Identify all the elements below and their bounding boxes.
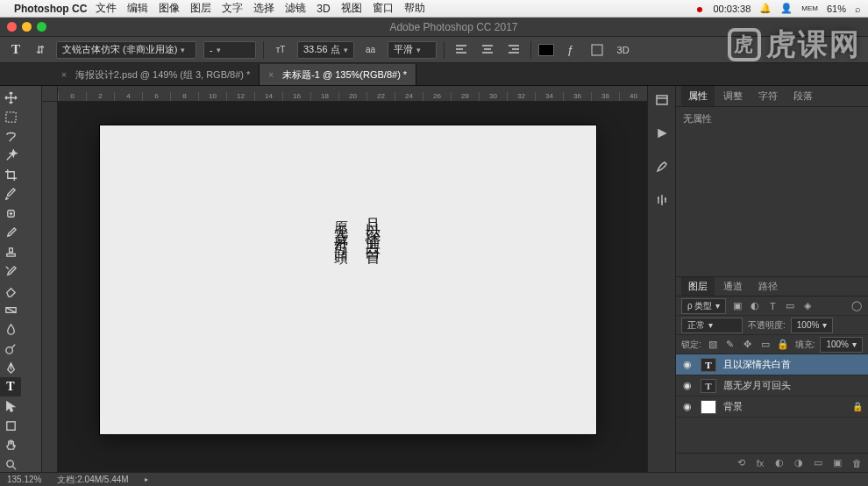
eyedropper-tool[interactable]: [0, 184, 21, 204]
align-left-icon[interactable]: [452, 40, 471, 60]
visibility-icon[interactable]: ◉: [681, 380, 694, 391]
zoom-value[interactable]: 135.12%: [7, 475, 41, 484]
tab-character[interactable]: 字符: [751, 86, 785, 106]
menu-filter[interactable]: 滤镜: [285, 1, 306, 16]
lock-paint-icon[interactable]: ✎: [724, 339, 736, 351]
visibility-icon[interactable]: ◉: [681, 401, 694, 412]
marquee-tool[interactable]: [0, 107, 21, 126]
type-tool[interactable]: T: [0, 377, 21, 397]
align-center-icon[interactable]: [478, 40, 497, 60]
history-panel-icon[interactable]: [653, 91, 671, 109]
document-canvas[interactable]: 且以深情共白首 愿无歲月可回頭: [100, 125, 596, 434]
blur-tool[interactable]: [0, 319, 21, 339]
lock-all-icon[interactable]: 🔒: [777, 339, 789, 351]
fx-icon[interactable]: fx: [754, 457, 766, 469]
pen-tool[interactable]: [0, 358, 21, 377]
path-select-tool[interactable]: [0, 397, 21, 416]
filter-image-icon[interactable]: ▣: [731, 300, 743, 312]
shape-tool[interactable]: [0, 416, 21, 435]
filter-adj-icon[interactable]: ◐: [749, 300, 761, 312]
hand-tool[interactable]: [0, 435, 21, 454]
antialias-select[interactable]: 平滑▾: [388, 41, 437, 59]
traffic-lights[interactable]: [7, 22, 46, 32]
layer-name[interactable]: 且以深情共白首: [723, 358, 791, 371]
layer-name[interactable]: 背景: [723, 400, 743, 413]
ruler-vertical[interactable]: [42, 102, 58, 472]
bell-icon[interactable]: 🔔: [759, 3, 772, 14]
gradient-tool[interactable]: [0, 300, 21, 319]
warp-text-icon[interactable]: ƒ: [561, 40, 580, 60]
layer-name[interactable]: 愿无岁月可回头: [723, 379, 791, 392]
tab-channels[interactable]: 通道: [716, 277, 750, 296]
menu-select[interactable]: 选择: [253, 1, 274, 16]
adjustments-panel-icon[interactable]: [653, 191, 671, 209]
menu-help[interactable]: 帮助: [404, 1, 425, 16]
tab-layers[interactable]: 图层: [681, 277, 715, 296]
crop-tool[interactable]: [0, 165, 21, 184]
document-tab[interactable]: ×未标题-1 @ 135%(RGB/8#) *: [260, 64, 416, 85]
dodge-tool[interactable]: [0, 339, 21, 358]
filter-toggle-icon[interactable]: ◯: [850, 300, 863, 312]
menu-3d[interactable]: 3D: [317, 3, 330, 15]
font-weight-select[interactable]: -▾: [203, 41, 256, 59]
heal-tool[interactable]: [0, 204, 21, 223]
eraser-tool[interactable]: [0, 281, 21, 300]
align-right-icon[interactable]: [504, 40, 523, 60]
font-size-select[interactable]: 33.56 点▾: [297, 41, 354, 59]
layer-row[interactable]: ◉ T 且以深情共白首: [676, 354, 868, 375]
link-layers-icon[interactable]: ⟲: [735, 457, 747, 469]
brushes-panel-icon[interactable]: [653, 158, 671, 175]
font-family-select[interactable]: 文锐古体仿宋 (非商业用途)▾: [56, 41, 196, 59]
fill-input[interactable]: 100%▾: [820, 337, 863, 353]
canvas-text-line-1[interactable]: 且以深情共白首: [363, 206, 383, 243]
history-brush-tool[interactable]: [0, 261, 21, 281]
brush-tool[interactable]: [0, 223, 21, 242]
filter-smart-icon[interactable]: ◈: [801, 300, 814, 312]
menu-image[interactable]: 图像: [159, 1, 180, 16]
visibility-icon[interactable]: ◉: [681, 359, 694, 370]
blend-mode-select[interactable]: 正常▾: [681, 318, 743, 333]
opacity-input[interactable]: 100%▾: [791, 318, 834, 333]
menu-layer[interactable]: 图层: [190, 1, 211, 16]
user-icon[interactable]: 👤: [780, 3, 793, 14]
canvas-area[interactable]: 0246810121416182022242628303234363840 且以…: [42, 86, 647, 472]
filter-shape-icon[interactable]: ▭: [784, 300, 796, 312]
stamp-tool[interactable]: [0, 242, 21, 261]
menu-edit[interactable]: 编辑: [127, 1, 148, 16]
3d-button[interactable]: 3D: [614, 40, 633, 60]
ruler-horizontal[interactable]: 0246810121416182022242628303234363840: [58, 86, 647, 102]
tab-paths[interactable]: 路径: [751, 277, 785, 296]
close-tab-icon[interactable]: ×: [61, 70, 67, 80]
maximize-icon[interactable]: [37, 22, 46, 32]
lock-trans-icon[interactable]: ▧: [707, 339, 719, 351]
canvas-text-line-2[interactable]: 愿无歲月可回頭: [331, 210, 350, 247]
character-panel-icon[interactable]: [587, 40, 607, 60]
new-layer-icon[interactable]: ▣: [831, 457, 843, 469]
layer-row[interactable]: ◉ 背景 🔒: [676, 397, 868, 418]
mask-icon[interactable]: ◐: [773, 457, 786, 469]
menu-window[interactable]: 窗口: [373, 1, 394, 16]
lock-pos-icon[interactable]: ✥: [742, 339, 754, 351]
text-orientation-toggle[interactable]: ⇵: [32, 41, 49, 59]
doc-size-value[interactable]: 文档:2.04M/5.44M: [57, 474, 128, 486]
menu-type[interactable]: 文字: [222, 1, 243, 16]
ruler-origin[interactable]: [42, 86, 58, 102]
document-tab[interactable]: ×海报设计2.psd @ 149% (组 3, RGB/8#) *: [53, 64, 260, 85]
adjustment-layer-icon[interactable]: ◑: [793, 457, 805, 469]
type-tool-indicator[interactable]: T: [7, 41, 25, 59]
chevron-right-icon[interactable]: ▸: [145, 475, 148, 483]
move-tool[interactable]: [0, 88, 21, 107]
layer-filter-select[interactable]: ρ 类型▾: [681, 298, 726, 314]
tab-properties[interactable]: 属性: [681, 86, 715, 106]
filter-type-icon[interactable]: T: [766, 300, 779, 312]
zoom-tool[interactable]: [0, 454, 21, 474]
menu-file[interactable]: 文件: [96, 1, 117, 16]
group-icon[interactable]: ▭: [812, 457, 824, 469]
tab-paragraph[interactable]: 段落: [786, 86, 820, 106]
tab-adjustments[interactable]: 调整: [716, 86, 750, 106]
close-icon[interactable]: [7, 22, 17, 32]
trash-icon[interactable]: 🗑: [850, 457, 863, 469]
text-color-swatch[interactable]: [538, 44, 554, 56]
close-tab-icon[interactable]: ×: [268, 70, 274, 80]
minimize-icon[interactable]: [22, 22, 32, 32]
